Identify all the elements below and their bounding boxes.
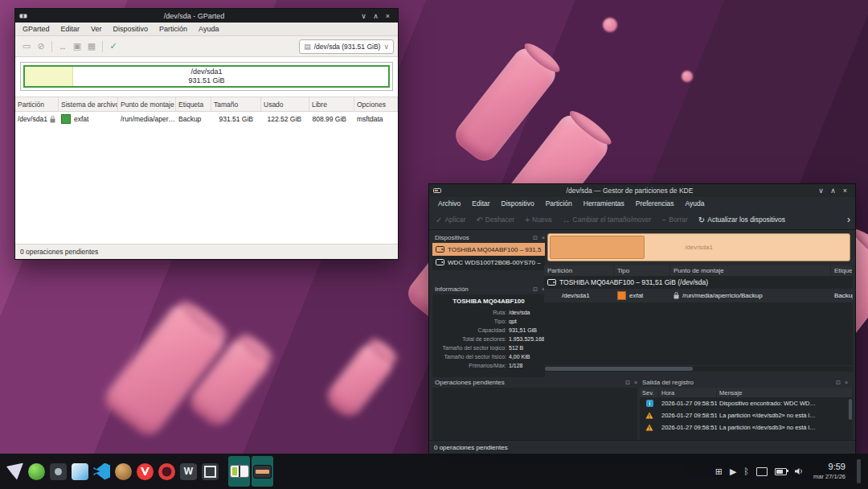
col-libre[interactable]: Libre: [309, 97, 354, 111]
app-launcher-button[interactable]: [4, 456, 26, 487]
w-app-button[interactable]: W: [178, 456, 199, 487]
col-particion[interactable]: Partición: [15, 97, 59, 111]
apply-operations-icon[interactable]: ✓: [106, 41, 121, 51]
col-sev[interactable]: Sev.: [640, 388, 659, 397]
scrollbar-handle[interactable]: [545, 367, 693, 371]
tray-grid-icon[interactable]: ⊞: [715, 467, 723, 476]
frame-tool-button[interactable]: [199, 456, 221, 487]
log-row[interactable]: 2026-01-27 09:58:51 La partición «/dev/s…: [640, 409, 853, 421]
vscode-button[interactable]: [91, 456, 113, 487]
file-manager-button[interactable]: [69, 456, 91, 487]
paste-partition-icon[interactable]: ▦: [84, 41, 99, 51]
refresh-devices-button[interactable]: ↻ Actualizar los dispositivos: [698, 216, 785, 224]
toolbar-overflow-icon[interactable]: ›: [847, 214, 850, 225]
panel-float-icon[interactable]: ⊡: [834, 380, 842, 386]
menu-editar[interactable]: Editar: [55, 25, 86, 33]
gparted-titlebar[interactable]: /dev/sda - GParted ∨ ∧ ×: [15, 9, 398, 23]
panel-close-icon[interactable]: ×: [632, 380, 640, 385]
minimize-button[interactable]: ∨: [815, 187, 827, 195]
panel-edge-handle[interactable]: [857, 459, 861, 483]
tray-battery-icon[interactable]: [775, 468, 787, 475]
panel-close-icon[interactable]: ×: [539, 235, 547, 240]
col-punto-montaje[interactable]: Punto de montaje: [118, 97, 176, 111]
assistant-button[interactable]: [26, 456, 47, 487]
new-partition-button[interactable]: + Nueva: [525, 216, 551, 224]
panel-float-icon[interactable]: ⊡: [531, 286, 539, 293]
col-usado[interactable]: Usado: [261, 97, 309, 111]
table-row-sda1[interactable]: /dev/sda1 exfat /run/media/aper… Backup …: [15, 112, 398, 126]
menu-ver[interactable]: Ver: [85, 25, 108, 33]
kpm-titlebar[interactable]: /dev/sda — Gestor de particiones de KDE …: [429, 184, 855, 197]
copy-partition-icon[interactable]: ▣: [70, 41, 84, 51]
menu-dispositivo[interactable]: Dispositivo: [496, 199, 540, 208]
red-app-button[interactable]: [156, 456, 178, 487]
menu-preferencias[interactable]: Preferencias: [630, 199, 680, 208]
taskbar: W ⊞ ▶ ᛒ 9:59 mar 27/1/26: [0, 454, 868, 489]
kpm-table-empty-area: [544, 302, 853, 365]
device-selector[interactable]: ▤ /dev/sda (931.51 GiB) ∨: [299, 39, 394, 54]
tray-display-icon[interactable]: [756, 467, 768, 476]
new-partition-icon[interactable]: ▭: [19, 41, 34, 51]
col-opciones[interactable]: Opciones: [354, 97, 398, 111]
device-item-wdc[interactable]: WDC WDS100T2B0B-00YS70 – 93…: [432, 256, 545, 269]
clock-widget[interactable]: 9:59 mar 27/1/26: [813, 462, 845, 480]
undo-button[interactable]: ↶ Deshacer: [476, 216, 514, 224]
menu-editar[interactable]: Editar: [466, 199, 495, 208]
close-button[interactable]: ×: [382, 12, 394, 20]
tray-media-icon[interactable]: ▶: [730, 467, 736, 476]
kpm-table-header: Partición Tipo Punto de montaje Etiqueta: [544, 265, 853, 277]
maximize-button[interactable]: ∧: [827, 187, 839, 195]
menu-ayuda[interactable]: Ayuda: [680, 199, 710, 208]
col-punto-montaje[interactable]: Punto de montaje: [670, 265, 831, 276]
col-tamano[interactable]: Tamaño: [211, 97, 261, 111]
operations-panel-header: Operaciones pendientes ⊡ ×: [432, 377, 642, 388]
delete-button[interactable]: − Borrar: [661, 216, 687, 224]
col-etiqueta[interactable]: Etiqueta: [831, 265, 853, 276]
tray-bluetooth-icon[interactable]: ᛒ: [743, 467, 749, 476]
menu-particion[interactable]: Partición: [154, 25, 193, 33]
horizontal-scrollbar[interactable]: [544, 366, 853, 372]
panel-close-icon[interactable]: ×: [842, 380, 850, 385]
resize-move-button[interactable]: ↔ Cambiar el tamaño/mover: [563, 216, 652, 224]
col-mensaje[interactable]: Mensaje: [717, 388, 853, 397]
col-hora[interactable]: Hora: [659, 388, 717, 397]
log-row[interactable]: 2026-01-27 09:58:51 Dispositivo encontra…: [640, 397, 853, 409]
resize-label: Cambiar el tamaño/mover: [573, 216, 652, 224]
menu-gparted[interactable]: GParted: [17, 25, 55, 33]
vivaldi-button[interactable]: [134, 456, 156, 487]
maximize-button[interactable]: ∧: [370, 12, 382, 20]
menu-ayuda[interactable]: Ayuda: [193, 25, 224, 33]
menu-herramientas[interactable]: Herramientas: [578, 199, 630, 208]
resize-icon: ↔: [563, 216, 571, 224]
device-item-toshiba[interactable]: TOSHIBA MQ04ABF100 – 931,51 …: [432, 243, 545, 256]
panel-float-icon[interactable]: ⊡: [531, 235, 539, 241]
wallpaper-shape: [682, 71, 693, 82]
resize-partition-icon[interactable]: ↔: [55, 42, 70, 51]
kpm-device-row[interactable]: TOSHIBA MQ04ABF100 – 931,51 GiB (/dev/sd…: [544, 276, 853, 289]
gparted-task-button[interactable]: [228, 456, 250, 487]
devices-panel-header: Dispositivos ⊡ ×: [432, 232, 550, 243]
col-particion[interactable]: Partición: [544, 265, 614, 276]
vertical-scrollbar[interactable]: [849, 399, 852, 420]
delete-partition-icon[interactable]: ⊘: [34, 41, 48, 51]
close-button[interactable]: ×: [839, 187, 851, 195]
menu-particion[interactable]: Partición: [540, 199, 578, 208]
log-row[interactable]: 2026-01-27 09:58:51 La partición «/dev/s…: [640, 421, 853, 434]
game-launcher-button[interactable]: [113, 456, 134, 487]
info-value: 4,00 KiB: [509, 354, 545, 360]
apply-button[interactable]: ✓ Aplicar: [436, 216, 465, 224]
kpm-partition-row[interactable]: /dev/sda1 exfat /run/media/aperricio/Bac…: [544, 289, 853, 302]
menu-archivo[interactable]: Archivo: [432, 199, 466, 208]
menu-dispositivo[interactable]: Dispositivo: [108, 25, 154, 33]
panel-float-icon[interactable]: ⊡: [624, 380, 632, 386]
partition-visual-sda1[interactable]: /dev/sda1 931.51 GiB: [23, 65, 390, 88]
settings-tool-button[interactable]: [47, 456, 69, 487]
partition-manager-task-button[interactable]: [252, 456, 273, 487]
minimize-button[interactable]: ∨: [358, 12, 370, 20]
kpm-window-title: /dev/sda — Gestor de particiones de KDE: [444, 187, 815, 195]
tray-volume-icon[interactable]: [794, 467, 804, 475]
col-sistema-archivos[interactable]: Sistema de archivos: [59, 97, 118, 111]
col-etiqueta[interactable]: Etiqueta: [176, 97, 211, 111]
kpm-partition-bar[interactable]: /dev/sda1: [547, 233, 850, 261]
col-tipo[interactable]: Tipo: [614, 265, 670, 276]
